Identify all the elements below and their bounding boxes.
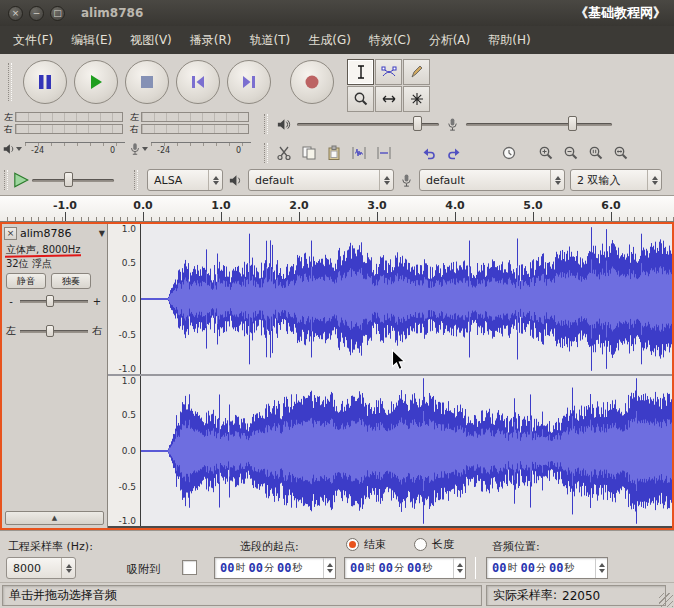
- snap-to-checkbox[interactable]: [182, 560, 197, 575]
- timefield-spinner[interactable]: [323, 558, 333, 578]
- sync-lock-button[interactable]: [497, 141, 521, 165]
- output-volume-slider-thumb[interactable]: [413, 116, 422, 131]
- gain-slider-thumb[interactable]: [46, 295, 54, 307]
- track-menu-arrow[interactable]: ▼: [99, 229, 105, 238]
- toolbar-grip[interactable]: [264, 114, 268, 135]
- actual-rate-label: 实际采样率:: [493, 587, 557, 604]
- zoom-in-button[interactable]: [534, 141, 558, 165]
- menu-edit[interactable]: 编辑(E): [62, 26, 121, 55]
- edit-toolbar: [262, 140, 634, 166]
- redo-button[interactable]: [442, 141, 466, 165]
- menu-generate[interactable]: 生成(G): [299, 26, 360, 55]
- menu-file[interactable]: 文件(F): [4, 26, 62, 55]
- transcription-toolbar: [2, 168, 116, 192]
- combo-arrows: [61, 558, 75, 578]
- solo-button[interactable]: 独奏: [51, 273, 91, 289]
- audio-position-timefield[interactable]: 00时 00分 00秒: [486, 557, 608, 579]
- input-volume-slider-thumb[interactable]: [568, 116, 577, 131]
- play-speed-slider-thumb[interactable]: [64, 172, 73, 187]
- toolbar-grip[interactable]: [8, 63, 12, 101]
- pan-slider[interactable]: 左 右: [6, 324, 102, 338]
- stop-button[interactable]: [125, 60, 169, 104]
- selection-tool-icon: [353, 64, 369, 80]
- multi-tool-button[interactable]: [403, 86, 430, 112]
- menu-view[interactable]: 视图(V): [121, 26, 181, 55]
- output-device-combo[interactable]: default: [248, 169, 394, 191]
- menu-tracks[interactable]: 轨道(T): [241, 26, 300, 55]
- cut-button[interactable]: [272, 141, 296, 165]
- toolbar-grip[interactable]: [264, 143, 268, 164]
- speaker-icon: [2, 142, 16, 156]
- menu-help[interactable]: 帮助(H): [479, 26, 539, 55]
- zoom-tool-icon: [353, 91, 369, 107]
- draw-tool-button[interactable]: [403, 59, 430, 85]
- track-collapse-button[interactable]: ▲: [5, 511, 104, 525]
- project-rate-label: 工程采样率 (Hz):: [8, 539, 93, 554]
- paste-button[interactable]: [322, 141, 346, 165]
- timeline-label: 2.0: [289, 199, 309, 212]
- project-rate-combo[interactable]: 8000: [6, 557, 76, 579]
- play-speed-slider[interactable]: [30, 169, 116, 191]
- timeline-tick: [299, 212, 300, 221]
- zoom-tool-button[interactable]: [347, 86, 374, 112]
- window-maximize-button[interactable]: □: [50, 6, 65, 21]
- track-close-button[interactable]: ×: [4, 227, 17, 240]
- play-button[interactable]: [74, 60, 118, 104]
- copy-button[interactable]: [297, 141, 321, 165]
- time-shift-tool-button[interactable]: [375, 86, 402, 112]
- menu-analyze[interactable]: 分析(A): [420, 26, 480, 55]
- playback-meter[interactable]: 左 右 -240: [2, 111, 125, 159]
- output-device-value: default: [255, 174, 294, 187]
- zoom-out-button[interactable]: [559, 141, 583, 165]
- input-channels-combo[interactable]: 2 双输入: [570, 169, 662, 191]
- amplitude-ruler-left[interactable]: 1.0 0.5 0.0 -0.5 -1.0: [108, 224, 141, 374]
- silence-audio-button[interactable]: [372, 141, 396, 165]
- radio-length[interactable]: 长度: [414, 537, 454, 552]
- envelope-tool-button[interactable]: [375, 59, 402, 85]
- meter-menu-arrow[interactable]: [16, 147, 22, 151]
- recording-meter-right-bar: [141, 124, 249, 134]
- menu-transport[interactable]: 播录(R): [181, 26, 241, 55]
- skip-to-end-button[interactable]: [227, 60, 271, 104]
- amplitude-ruler-right[interactable]: 1.0 0.5 0.0 -0.5 -1.0: [108, 376, 141, 526]
- recording-meter[interactable]: 左 右 -240: [128, 111, 251, 159]
- trim-audio-button[interactable]: [347, 141, 371, 165]
- output-volume-slider[interactable]: [295, 113, 441, 135]
- window-close-button[interactable]: ×: [8, 6, 23, 21]
- selection-end-timefield[interactable]: 00时 00分 00秒: [344, 557, 466, 579]
- title-bar: × − □ alim8786 《基础教程网》: [0, 0, 674, 26]
- toolbar-grip[interactable]: [4, 170, 8, 189]
- combo-arrows: [379, 170, 393, 190]
- selection-tool-button[interactable]: [347, 59, 374, 85]
- menu-effect[interactable]: 特效(C): [360, 26, 420, 55]
- window-minimize-button[interactable]: −: [29, 6, 44, 21]
- mute-button[interactable]: 静音: [6, 273, 46, 289]
- fit-project-button[interactable]: [609, 141, 633, 165]
- input-device-combo[interactable]: default: [419, 169, 565, 191]
- timefield-spinner[interactable]: [595, 558, 605, 578]
- radio-length-dot[interactable]: [414, 538, 427, 551]
- audio-host-combo[interactable]: ALSA: [147, 169, 223, 191]
- waveform-right-channel[interactable]: [141, 376, 672, 526]
- time-shift-tool-icon: [381, 91, 397, 107]
- radio-end[interactable]: 结束: [346, 537, 386, 552]
- play-at-speed-button[interactable]: [12, 171, 30, 189]
- radio-end-dot[interactable]: [346, 538, 359, 551]
- gain-slider[interactable]: - +: [6, 296, 102, 307]
- selection-start-timefield[interactable]: 00时 00分 00秒: [214, 557, 336, 579]
- skip-to-start-button[interactable]: [176, 60, 220, 104]
- undo-button[interactable]: [417, 141, 441, 165]
- timeline-label: 6.0: [601, 199, 621, 212]
- timeline-ruler[interactable]: -1.0 0.0 1.0 2.0 3.0 4.0 5.0 6.0: [0, 196, 674, 222]
- timefield-spinner[interactable]: [453, 558, 463, 578]
- record-button[interactable]: [290, 60, 334, 104]
- meter-menu-arrow[interactable]: [142, 147, 148, 151]
- pan-slider-thumb[interactable]: [46, 325, 54, 337]
- fit-selection-button[interactable]: [584, 141, 608, 165]
- input-volume-slider[interactable]: [464, 113, 614, 135]
- toolbar-grip[interactable]: [134, 170, 138, 189]
- window-resize-grip[interactable]: [659, 593, 673, 607]
- radio-end-label: 结束: [364, 537, 386, 552]
- waveform-left-channel[interactable]: [141, 224, 672, 374]
- pause-button[interactable]: [23, 60, 67, 104]
